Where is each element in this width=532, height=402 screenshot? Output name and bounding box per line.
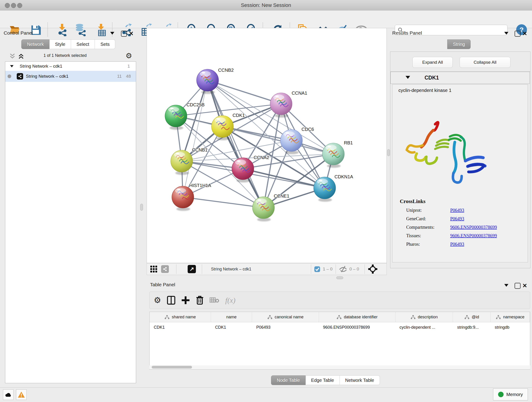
results-panel-minimize-icon[interactable] xyxy=(504,32,509,35)
delete-column-icon[interactable] xyxy=(196,296,204,305)
crosslink-link[interactable]: P06493 xyxy=(450,242,464,247)
import-network-database-icon[interactable] xyxy=(74,23,87,36)
edge-CCNA2-CDKN1A[interactable] xyxy=(243,169,325,188)
warning-button[interactable] xyxy=(16,389,27,400)
control-panel-minimize-icon[interactable] xyxy=(110,32,114,35)
table-options-gear-icon[interactable]: ⚙ xyxy=(154,295,161,305)
network-selection-row: 1 of 1 Network selected ⚙ xyxy=(5,52,136,61)
column-header-canonicalname[interactable]: canonical name xyxy=(252,312,319,322)
toolbar-separator xyxy=(365,264,365,274)
column-header-namespace[interactable]: namespace xyxy=(491,312,530,322)
table-hscrollbar[interactable] xyxy=(149,365,530,369)
hidden-node-edge-counts: 0 – 0 xyxy=(349,263,359,275)
node-table[interactable]: shared namenamecanonical namedatabase id… xyxy=(149,312,530,370)
grid-view-icon[interactable] xyxy=(150,263,157,275)
table-cell[interactable]: stringdb:9... xyxy=(453,322,491,332)
network-collection-row[interactable]: String Network – cdk1 1 xyxy=(5,62,136,71)
results-panel-float-icon[interactable] xyxy=(515,31,520,37)
import-table-icon[interactable] xyxy=(95,23,108,36)
column-header-id[interactable]: @id xyxy=(453,312,491,322)
results-panel-close-icon[interactable]: ✕ xyxy=(522,30,527,37)
crosslink-row: Tissues:9606.ENSP00000378699 xyxy=(406,233,528,238)
table-panel-float-icon[interactable] xyxy=(515,283,520,289)
edge-HIST1H1A-CCNE1[interactable] xyxy=(183,197,264,208)
hidden-eye-icon[interactable] xyxy=(339,263,348,275)
crosslink-link[interactable]: P06493 xyxy=(450,208,464,213)
column-header-description[interactable]: description xyxy=(395,312,453,322)
string-view-icon[interactable] xyxy=(161,263,169,275)
collection-count: 1 xyxy=(127,64,130,69)
add-column-icon[interactable] xyxy=(181,296,190,305)
tab-sets[interactable]: Sets xyxy=(95,39,115,49)
column-header-name[interactable]: name xyxy=(211,312,252,322)
tab-network-table[interactable]: Network Table xyxy=(340,375,380,385)
node-gloss-spot xyxy=(275,95,279,97)
edge-CCNB2-CCNE1[interactable] xyxy=(208,80,264,208)
node-gloss-spot xyxy=(319,179,322,181)
tab-node-table[interactable]: Node Table xyxy=(271,375,306,385)
import-network-file-icon[interactable] xyxy=(56,23,69,36)
crosslink-label: GeneCard: xyxy=(406,216,450,221)
table-cell[interactable]: CDK1 xyxy=(150,322,211,332)
gene-entry-header[interactable]: CDK1 xyxy=(390,72,530,84)
table-cell[interactable]: cyclin-dependent ... xyxy=(395,322,453,332)
table-panel-minimize-icon[interactable] xyxy=(504,284,509,287)
collection-expander-icon[interactable] xyxy=(10,64,14,69)
tab-string[interactable]: String xyxy=(447,39,471,49)
table-header-row: shared namenamecanonical namedatabase id… xyxy=(150,312,530,322)
fit-crosshair-icon[interactable] xyxy=(368,263,377,275)
control-panel-float-icon[interactable] xyxy=(121,31,127,37)
right-divider-handle[interactable] xyxy=(387,149,390,156)
crosslink-link[interactable]: 9606.ENSP00000378699 xyxy=(450,233,497,238)
show-columns-icon[interactable] xyxy=(167,296,175,305)
network-canvas[interactable]: CCNB2CCNA1CDC25BCDK1CDC6RB1CCNB1CCNA2CDK… xyxy=(147,28,387,263)
tab-network[interactable]: Network xyxy=(21,39,50,49)
tab-edge-table[interactable]: Edge Table xyxy=(306,375,340,385)
table-hscrollbar-thumb[interactable] xyxy=(152,366,192,369)
node-gloss xyxy=(174,152,185,157)
gene-name: CDK1 xyxy=(424,75,439,81)
expand-all-button[interactable]: Expand All xyxy=(412,57,453,68)
control-panel-close-icon[interactable]: ✕ xyxy=(129,30,133,37)
network-row[interactable]: String Network – cdk1 11 48 xyxy=(5,71,136,82)
edge-CCNB2-CCNA1[interactable] xyxy=(208,80,281,104)
column-header-sharedname[interactable]: shared name xyxy=(150,312,211,322)
table-panel-close-icon[interactable]: ✕ xyxy=(522,282,527,289)
crosslink-row: Uniprot:P06493 xyxy=(406,208,528,213)
collapse-all-button[interactable]: Collapse All xyxy=(460,57,510,68)
table-cell[interactable]: P06493 xyxy=(252,322,319,332)
detach-view-icon[interactable]: ↗ xyxy=(188,263,196,275)
table-cell[interactable]: 9606.ENSP00000378699 xyxy=(319,322,395,332)
protein-structure-image xyxy=(401,115,497,191)
node-gloss-spot xyxy=(202,72,205,74)
gene-expander-icon[interactable] xyxy=(405,76,410,80)
memory-button[interactable]: Memory xyxy=(493,389,528,400)
table-cell[interactable]: CDK1 xyxy=(211,322,252,332)
tab-style[interactable]: Style xyxy=(50,39,71,49)
network-label: String Network – cdk1 xyxy=(26,74,69,79)
control-panel-tabs: NetworkStyleSelectSets xyxy=(21,39,115,49)
node-gloss xyxy=(168,107,179,112)
table-cell[interactable]: stringdb xyxy=(491,322,530,332)
crosslink-link[interactable]: 9606.ENSP00000378699 xyxy=(450,225,497,230)
node-gloss xyxy=(326,145,336,150)
node-label-CCNB2: CCNB2 xyxy=(218,68,234,73)
crosslinks-list: Uniprot:P06493GeneCard:P06493Compartment… xyxy=(393,208,528,247)
function-builder-icon[interactable]: f(x) xyxy=(225,296,235,305)
gene-description: cyclin-dependent kinase 1 xyxy=(399,88,528,93)
column-header-databaseidentifier[interactable]: database identifier xyxy=(319,312,395,322)
collapse-all-chevron-icon[interactable] xyxy=(9,53,16,60)
results-buttons-box: Expand All Collapse All xyxy=(390,51,530,71)
edge-CCNB2-HIST1H1A[interactable] xyxy=(183,80,208,197)
bottom-divider-handle[interactable] xyxy=(336,276,343,279)
network-options-gear-icon[interactable]: ⚙ xyxy=(126,51,132,60)
memory-status-dot xyxy=(498,392,504,397)
selected-checkbox-icon[interactable] xyxy=(314,263,320,275)
crosslink-link[interactable]: P06493 xyxy=(450,216,464,221)
table-row[interactable]: CDK1CDK1P064939606.ENSP00000378699cyclin… xyxy=(150,322,530,332)
clear-table-icon[interactable] xyxy=(210,297,219,304)
cloud-button[interactable] xyxy=(3,389,13,400)
expand-all-chevron-icon[interactable] xyxy=(18,53,24,60)
left-divider-handle[interactable] xyxy=(140,204,143,211)
tab-select[interactable]: Select xyxy=(71,39,95,49)
